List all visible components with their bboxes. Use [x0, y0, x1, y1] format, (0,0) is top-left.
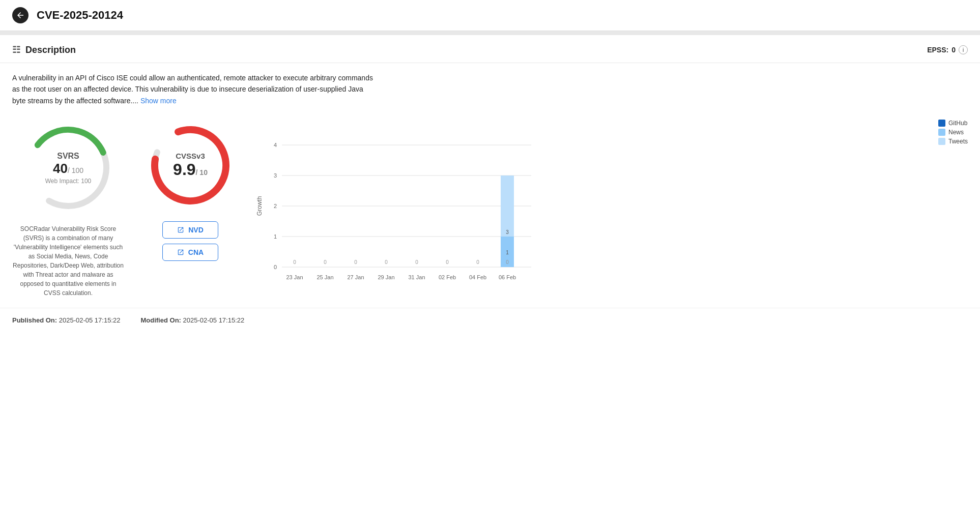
section-title-label: Description: [25, 45, 76, 55]
page-title: CVE-2025-20124: [37, 9, 123, 22]
legend-news-color: [938, 129, 945, 136]
svg-text:04 Feb: 04 Feb: [469, 274, 486, 280]
cvss-label: CVSSv3 9.9/ 10: [173, 152, 208, 179]
main-content: SVRS 40/ 100 Web Impact: 100 SOCRadar Vu…: [0, 109, 980, 308]
section-title-group: ☷ Description: [12, 44, 76, 55]
modified-date: Modified On: 2025-02-05 17:15:22: [140, 316, 244, 324]
cvss-section: CVSSv3 9.9/ 10 NVD CNA: [145, 120, 236, 261]
back-button[interactable]: [12, 7, 28, 23]
svrs-title: SVRS: [45, 152, 92, 161]
footer-info: Published On: 2025-02-05 17:15:22 Modifi…: [0, 308, 980, 332]
svrs-circle: SVRS 40/ 100 Web Impact: 100: [20, 120, 117, 216]
cna-button[interactable]: CNA: [162, 244, 218, 261]
header: CVE-2025-20124: [0, 0, 980, 31]
svrs-web-impact: Web Impact: 100: [45, 178, 92, 185]
svg-text:0: 0: [506, 259, 509, 265]
legend-tweets: Tweets: [938, 138, 968, 145]
section-header: ☷ Description EPSS: 0 i: [0, 35, 980, 63]
svg-text:31 Jan: 31 Jan: [408, 274, 425, 280]
svg-text:0: 0: [476, 259, 479, 265]
svg-text:25 Jan: 25 Jan: [316, 274, 333, 280]
legend-tweets-color: [938, 138, 945, 145]
svg-text:3: 3: [274, 172, 277, 179]
svrs-section: SVRS 40/ 100 Web Impact: 100 SOCRadar Vu…: [12, 120, 124, 298]
svg-text:1: 1: [506, 250, 509, 255]
svg-text:0: 0: [385, 259, 388, 265]
description-icon: ☷: [12, 44, 20, 55]
svrs-description: SOCRadar Vulnerability Risk Score (SVRS)…: [12, 224, 124, 298]
svg-text:0: 0: [415, 259, 418, 265]
show-more-link[interactable]: Show more: [140, 97, 177, 105]
chart-section: GitHub News Tweets Growth: [256, 120, 968, 292]
svg-text:Growth: Growth: [256, 196, 263, 216]
cvss-buttons: NVD CNA: [162, 221, 218, 261]
published-date: Published On: 2025-02-05 17:15:22: [12, 316, 120, 324]
svg-text:02 Feb: 02 Feb: [439, 274, 456, 280]
svg-text:4: 4: [274, 142, 277, 148]
svg-text:3: 3: [506, 229, 509, 235]
epss-label: EPSS: 0 i: [927, 45, 968, 54]
legend-github: GitHub: [938, 120, 968, 127]
svrs-score: 40/ 100: [45, 161, 92, 177]
legend-news: News: [938, 129, 968, 136]
svg-text:23 Jan: 23 Jan: [286, 274, 303, 280]
svg-text:06 Feb: 06 Feb: [499, 274, 516, 280]
svg-text:1: 1: [274, 233, 277, 240]
chart-legend: GitHub News Tweets: [938, 120, 968, 145]
legend-github-color: [938, 120, 945, 127]
cvss-circle: CVSSv3 9.9/ 10: [145, 120, 236, 211]
cvss-score: 9.9/ 10: [173, 160, 208, 179]
svg-text:27 Jan: 27 Jan: [347, 274, 364, 280]
svg-text:2: 2: [274, 203, 277, 209]
svg-text:0: 0: [293, 259, 296, 265]
cvss-title: CVSSv3: [173, 152, 208, 160]
nvd-button[interactable]: NVD: [162, 221, 218, 239]
top-divider: [0, 31, 980, 35]
description-text: A vulnerability in an API of Cisco ISE c…: [0, 63, 387, 109]
svg-text:0: 0: [274, 264, 277, 270]
svrs-label: SVRS 40/ 100 Web Impact: 100: [45, 152, 92, 185]
svg-text:29 Jan: 29 Jan: [378, 274, 394, 280]
svg-text:0: 0: [446, 259, 449, 265]
chart-area: GitHub News Tweets Growth: [256, 120, 968, 292]
epss-info-icon[interactable]: i: [959, 45, 968, 54]
svg-text:0: 0: [324, 259, 327, 265]
svg-text:0: 0: [354, 259, 357, 265]
chart-svg: Growth 4 3 2 1 0 0 0 0 0: [256, 120, 552, 292]
